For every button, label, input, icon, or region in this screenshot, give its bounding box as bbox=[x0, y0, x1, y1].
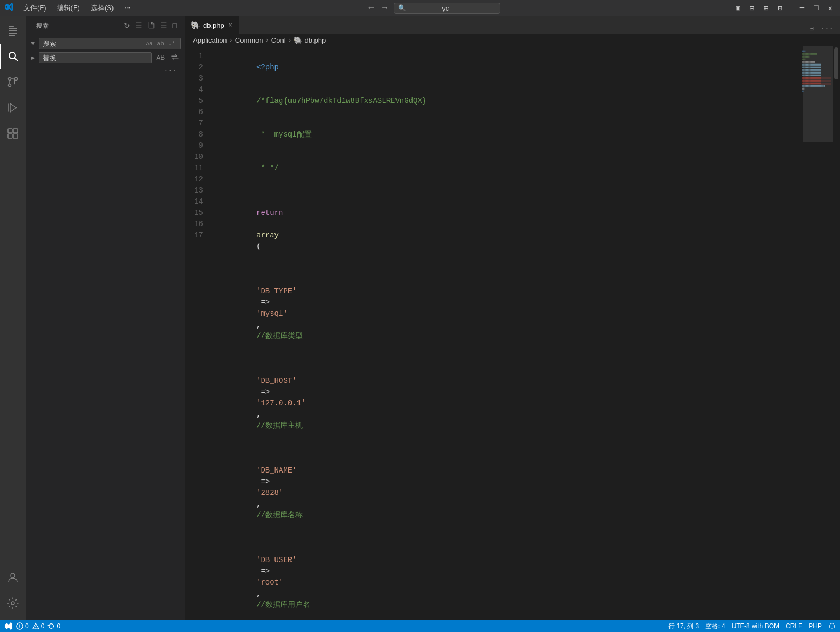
activity-extensions[interactable] bbox=[0, 121, 26, 146]
sidebar-expand-btn[interactable]: ☰ bbox=[159, 20, 169, 31]
replace-swap-btn[interactable] bbox=[169, 53, 181, 63]
line-num-13: 13 bbox=[185, 185, 203, 196]
menu-edit[interactable]: 编辑(E) bbox=[53, 2, 84, 14]
code-paren-open: ( bbox=[256, 242, 261, 251]
toggle-case-btn[interactable]: Aa bbox=[144, 40, 154, 47]
svg-rect-4 bbox=[9, 35, 15, 36]
code-line-2: /*flag{uu7hPbw7dkTd1w8BfxsASLREVnGdQX} bbox=[212, 84, 801, 118]
statusbar-language[interactable]: PHP bbox=[809, 622, 822, 630]
layout-btn-1[interactable]: ▣ bbox=[732, 3, 743, 14]
statusbar-left: 0 0 0 bbox=[4, 622, 60, 630]
breadcrumb-application[interactable]: Application bbox=[193, 36, 227, 44]
code-arrow-9: => bbox=[256, 477, 274, 486]
search-row: ▼ Aa ab .* bbox=[30, 38, 181, 49]
statusbar-sync[interactable]: 0 bbox=[47, 622, 60, 630]
line-num-4: 4 bbox=[185, 84, 203, 95]
menu-more[interactable]: ··· bbox=[120, 2, 134, 14]
tab-db-php[interactable]: 🐘 db.php × bbox=[185, 16, 239, 34]
activity-search[interactable] bbox=[0, 44, 26, 69]
vertical-scrollbar[interactable] bbox=[833, 46, 840, 620]
line-numbers: 1 2 3 4 5 6 7 8 9 10 11 12 13 14 15 16 1… bbox=[185, 46, 209, 620]
more-actions-btn[interactable]: ··· bbox=[818, 23, 836, 34]
php-open-tag: <?php bbox=[256, 63, 279, 71]
layout-btn-2[interactable]: ⊟ bbox=[746, 3, 757, 14]
svg-rect-14 bbox=[8, 134, 12, 138]
toggle-regex-btn[interactable]: .* bbox=[167, 40, 177, 47]
code-comment-end: * */ bbox=[256, 164, 279, 172]
line-num-10: 10 bbox=[185, 151, 203, 163]
code-array-func: array bbox=[256, 231, 279, 239]
sidebar-header: 搜索 ↻ ☰ ☰ □ bbox=[26, 16, 185, 34]
line-num-3: 3 bbox=[185, 73, 203, 84]
line-num-15: 15 bbox=[185, 207, 203, 219]
tab-label: db.php bbox=[203, 21, 224, 29]
breadcrumb-sep-3: › bbox=[288, 37, 292, 44]
sidebar-clear-btn[interactable]: ☰ bbox=[134, 20, 144, 31]
sidebar-new-file-btn[interactable] bbox=[146, 20, 157, 31]
statusbar-encoding[interactable]: UTF-8 with BOM bbox=[732, 622, 779, 630]
svg-point-17 bbox=[11, 602, 14, 605]
breadcrumb-conf[interactable]: Conf bbox=[271, 36, 286, 44]
code-content[interactable]: <?php /*flag{uu7hPbw7dkTd1w8BfxsASLREVnG… bbox=[209, 46, 801, 620]
code-line-9: 'DB_NAME' => '2828' , //数据库名称 bbox=[212, 443, 801, 532]
tab-close-btn[interactable]: × bbox=[228, 21, 233, 29]
tabs-right-buttons: ⊟ ··· bbox=[807, 23, 840, 34]
code-comment-9: //数据库名称 bbox=[256, 511, 303, 519]
activity-bottom bbox=[0, 565, 26, 620]
svg-point-22 bbox=[35, 628, 36, 629]
statusbar-notifications[interactable] bbox=[828, 622, 836, 630]
replace-input[interactable] bbox=[43, 54, 148, 62]
search-input[interactable] bbox=[43, 39, 142, 47]
statusbar-position[interactable]: 行 17, 列 3 bbox=[668, 622, 699, 631]
scrollbar-thumb[interactable] bbox=[834, 47, 838, 79]
line-num-1: 1 bbox=[185, 51, 203, 62]
activity-explorer[interactable] bbox=[0, 18, 26, 44]
statusbar-eol[interactable]: CRLF bbox=[786, 622, 802, 630]
toggle-word-btn[interactable]: ab bbox=[156, 40, 166, 47]
layout-btn-3[interactable]: ⊞ bbox=[761, 3, 771, 14]
nav-forward-button[interactable]: → bbox=[380, 3, 390, 13]
warning-count: 0 bbox=[41, 622, 45, 630]
activity-settings[interactable] bbox=[0, 590, 26, 616]
activity-run[interactable] bbox=[0, 95, 26, 121]
svg-point-16 bbox=[11, 573, 15, 578]
code-db-user-key: 'DB_USER' bbox=[256, 556, 297, 564]
statusbar-spaces[interactable]: 空格: 4 bbox=[705, 622, 725, 631]
layout-btn-4[interactable]: ⊡ bbox=[774, 3, 785, 14]
activity-account[interactable] bbox=[0, 565, 26, 590]
replace-expand-icon[interactable]: ▶ bbox=[30, 53, 36, 63]
menu-file[interactable]: 文件(F) bbox=[19, 2, 51, 14]
statusbar-warnings[interactable]: 0 bbox=[32, 622, 45, 630]
code-db-type-val: 'mysql' bbox=[256, 309, 288, 318]
replace-row: ▶ AB bbox=[30, 52, 181, 63]
menu-select[interactable]: 选择(S) bbox=[86, 2, 118, 14]
title-search-input[interactable] bbox=[394, 3, 500, 14]
sidebar-refresh-btn[interactable]: ↻ bbox=[122, 20, 132, 31]
maximize-button[interactable]: □ bbox=[811, 3, 821, 13]
line-num-7: 7 bbox=[185, 118, 203, 129]
extra-options-btn[interactable]: ··· bbox=[162, 67, 179, 76]
svg-line-6 bbox=[15, 58, 18, 61]
main-container: 搜索 ↻ ☰ ☰ □ ▼ Aa bbox=[0, 16, 840, 620]
sidebar-collapse-btn[interactable]: □ bbox=[171, 20, 179, 31]
activity-source-control[interactable] bbox=[0, 69, 26, 95]
titlebar-left: 文件(F) 编辑(E) 选择(S) ··· bbox=[4, 2, 134, 14]
split-editor-btn[interactable]: ⊟ bbox=[807, 23, 815, 34]
statusbar-errors[interactable]: 0 bbox=[16, 622, 29, 630]
line-num-2: 2 bbox=[185, 62, 203, 73]
svg-rect-15 bbox=[13, 134, 18, 138]
minimize-button[interactable]: ─ bbox=[797, 3, 807, 13]
replace-all-btn[interactable]: AB bbox=[154, 53, 167, 62]
svg-point-8 bbox=[15, 78, 18, 81]
search-expand-icon[interactable]: ▼ bbox=[30, 39, 36, 49]
breadcrumb-common[interactable]: Common bbox=[235, 36, 263, 44]
sidebar: 搜索 ↻ ☰ ☰ □ ▼ Aa bbox=[26, 16, 185, 620]
search-input-container: Aa ab .* bbox=[39, 38, 181, 49]
code-array bbox=[256, 220, 261, 228]
vscode-logo-icon bbox=[4, 2, 14, 14]
nav-back-button[interactable]: ← bbox=[366, 3, 376, 13]
statusbar-vscode-btn[interactable] bbox=[4, 622, 13, 630]
breadcrumb-filename[interactable]: db.php bbox=[304, 36, 326, 44]
close-button[interactable]: ✕ bbox=[825, 3, 836, 14]
code-indent-9 bbox=[256, 455, 274, 463]
